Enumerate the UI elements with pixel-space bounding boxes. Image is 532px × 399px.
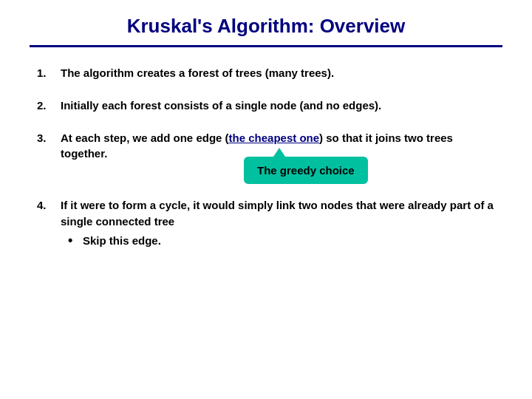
sub-bullet-text: Skip this edge. — [83, 233, 161, 249]
slide-title: Kruskal's Algorithm: Overview — [30, 15, 502, 38]
list-item-4: 4. If it were to form a cycle, it would … — [37, 197, 495, 248]
item-number-1: 1. — [37, 65, 61, 81]
item-content-4: If it were to form a cycle, it would sim… — [61, 197, 495, 248]
cheapest-link[interactable]: the cheapest one — [229, 132, 320, 144]
item-number-2: 2. — [37, 98, 61, 114]
list-item-1: 1. The algorithm creates a forest of tre… — [37, 65, 495, 81]
item-number-3: 3. — [37, 130, 61, 146]
greedy-choice-bubble: The greedy choice — [244, 157, 368, 185]
content-area: 1. The algorithm creates a forest of tre… — [30, 65, 502, 248]
item-content-1: The algorithm creates a forest of trees … — [61, 65, 495, 81]
text-before-3: At each step, we add one edge ( — [61, 132, 229, 144]
item-content-2: Initially each forest consists of a sing… — [61, 98, 495, 114]
item-4-main-text: If it were to form a cycle, it would sim… — [61, 199, 494, 228]
slide-container: Kruskal's Algorithm: Overview 1. The alg… — [0, 0, 532, 399]
title-area: Kruskal's Algorithm: Overview — [30, 15, 502, 47]
sub-bullet: • Skip this edge. — [68, 233, 495, 249]
item-number-4: 4. — [37, 197, 61, 214]
list-item-2: 2. Initially each forest consists of a s… — [37, 98, 495, 114]
list-item-3: 3. At each step, we add one edge (the ch… — [37, 130, 495, 163]
bullet-dot: • — [68, 233, 83, 249]
